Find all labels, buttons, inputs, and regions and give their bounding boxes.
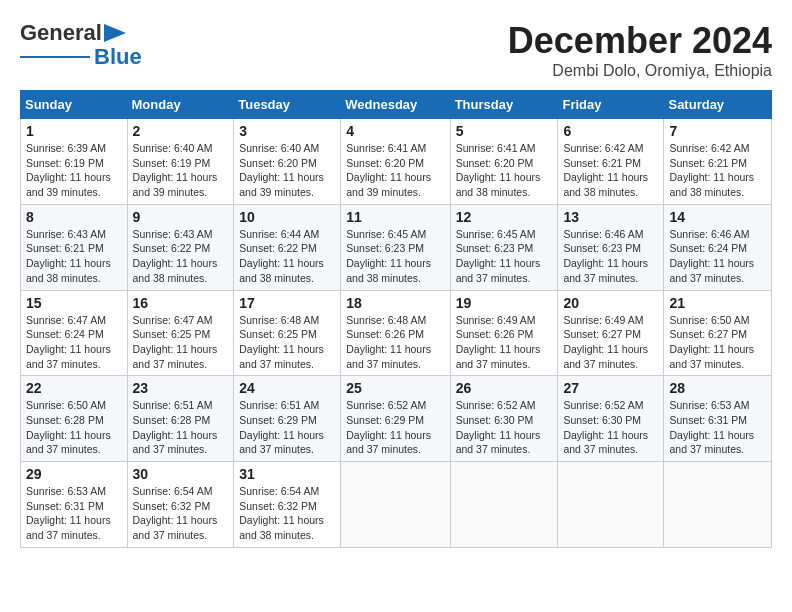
location-subtitle: Dembi Dolo, Oromiya, Ethiopia (508, 62, 772, 80)
title-section: December 2024 Dembi Dolo, Oromiya, Ethio… (508, 20, 772, 80)
logo-text-general: General (20, 20, 102, 46)
calendar-cell: 5Sunrise: 6:41 AM Sunset: 6:20 PM Daylig… (450, 119, 558, 205)
calendar-cell: 12Sunrise: 6:45 AM Sunset: 6:23 PM Dayli… (450, 204, 558, 290)
calendar-cell: 21Sunrise: 6:50 AM Sunset: 6:27 PM Dayli… (664, 290, 772, 376)
calendar-cell: 23Sunrise: 6:51 AM Sunset: 6:28 PM Dayli… (127, 376, 234, 462)
calendar-cell: 28Sunrise: 6:53 AM Sunset: 6:31 PM Dayli… (664, 376, 772, 462)
day-number: 26 (456, 380, 553, 396)
day-number: 25 (346, 380, 444, 396)
weekday-header-sunday: Sunday (21, 91, 128, 119)
calendar-cell: 17Sunrise: 6:48 AM Sunset: 6:25 PM Dayli… (234, 290, 341, 376)
logo-underline (20, 56, 90, 59)
day-info: Sunrise: 6:47 AM Sunset: 6:25 PM Dayligh… (133, 313, 229, 372)
day-info: Sunrise: 6:39 AM Sunset: 6:19 PM Dayligh… (26, 141, 122, 200)
weekday-header-thursday: Thursday (450, 91, 558, 119)
calendar-week-row: 8Sunrise: 6:43 AM Sunset: 6:21 PM Daylig… (21, 204, 772, 290)
calendar-cell: 18Sunrise: 6:48 AM Sunset: 6:26 PM Dayli… (341, 290, 450, 376)
day-info: Sunrise: 6:40 AM Sunset: 6:19 PM Dayligh… (133, 141, 229, 200)
calendar-cell: 9Sunrise: 6:43 AM Sunset: 6:22 PM Daylig… (127, 204, 234, 290)
day-number: 7 (669, 123, 766, 139)
day-info: Sunrise: 6:45 AM Sunset: 6:23 PM Dayligh… (346, 227, 444, 286)
weekday-header-row: SundayMondayTuesdayWednesdayThursdayFrid… (21, 91, 772, 119)
calendar-cell: 7Sunrise: 6:42 AM Sunset: 6:21 PM Daylig… (664, 119, 772, 205)
day-number: 15 (26, 295, 122, 311)
day-info: Sunrise: 6:41 AM Sunset: 6:20 PM Dayligh… (346, 141, 444, 200)
calendar-cell: 25Sunrise: 6:52 AM Sunset: 6:29 PM Dayli… (341, 376, 450, 462)
calendar-week-row: 1Sunrise: 6:39 AM Sunset: 6:19 PM Daylig… (21, 119, 772, 205)
calendar-table: SundayMondayTuesdayWednesdayThursdayFrid… (20, 90, 772, 548)
day-number: 13 (563, 209, 658, 225)
calendar-cell: 19Sunrise: 6:49 AM Sunset: 6:26 PM Dayli… (450, 290, 558, 376)
day-number: 16 (133, 295, 229, 311)
day-number: 14 (669, 209, 766, 225)
weekday-header-tuesday: Tuesday (234, 91, 341, 119)
day-info: Sunrise: 6:43 AM Sunset: 6:21 PM Dayligh… (26, 227, 122, 286)
day-info: Sunrise: 6:54 AM Sunset: 6:32 PM Dayligh… (239, 484, 335, 543)
day-info: Sunrise: 6:49 AM Sunset: 6:26 PM Dayligh… (456, 313, 553, 372)
calendar-cell: 13Sunrise: 6:46 AM Sunset: 6:23 PM Dayli… (558, 204, 664, 290)
day-number: 10 (239, 209, 335, 225)
day-number: 3 (239, 123, 335, 139)
calendar-cell: 31Sunrise: 6:54 AM Sunset: 6:32 PM Dayli… (234, 462, 341, 548)
day-info: Sunrise: 6:53 AM Sunset: 6:31 PM Dayligh… (669, 398, 766, 457)
calendar-cell (558, 462, 664, 548)
calendar-cell: 27Sunrise: 6:52 AM Sunset: 6:30 PM Dayli… (558, 376, 664, 462)
calendar-cell: 26Sunrise: 6:52 AM Sunset: 6:30 PM Dayli… (450, 376, 558, 462)
day-info: Sunrise: 6:43 AM Sunset: 6:22 PM Dayligh… (133, 227, 229, 286)
logo-arrow-icon (104, 24, 126, 42)
calendar-cell (341, 462, 450, 548)
calendar-cell: 11Sunrise: 6:45 AM Sunset: 6:23 PM Dayli… (341, 204, 450, 290)
day-number: 29 (26, 466, 122, 482)
calendar-cell: 3Sunrise: 6:40 AM Sunset: 6:20 PM Daylig… (234, 119, 341, 205)
calendar-cell: 24Sunrise: 6:51 AM Sunset: 6:29 PM Dayli… (234, 376, 341, 462)
calendar-cell (664, 462, 772, 548)
day-info: Sunrise: 6:51 AM Sunset: 6:29 PM Dayligh… (239, 398, 335, 457)
day-number: 17 (239, 295, 335, 311)
day-number: 8 (26, 209, 122, 225)
day-info: Sunrise: 6:52 AM Sunset: 6:29 PM Dayligh… (346, 398, 444, 457)
weekday-header-wednesday: Wednesday (341, 91, 450, 119)
calendar-week-row: 29Sunrise: 6:53 AM Sunset: 6:31 PM Dayli… (21, 462, 772, 548)
day-info: Sunrise: 6:45 AM Sunset: 6:23 PM Dayligh… (456, 227, 553, 286)
calendar-week-row: 15Sunrise: 6:47 AM Sunset: 6:24 PM Dayli… (21, 290, 772, 376)
day-number: 11 (346, 209, 444, 225)
calendar-cell: 2Sunrise: 6:40 AM Sunset: 6:19 PM Daylig… (127, 119, 234, 205)
day-number: 6 (563, 123, 658, 139)
calendar-cell: 22Sunrise: 6:50 AM Sunset: 6:28 PM Dayli… (21, 376, 128, 462)
svg-marker-0 (104, 24, 126, 42)
day-info: Sunrise: 6:46 AM Sunset: 6:24 PM Dayligh… (669, 227, 766, 286)
day-info: Sunrise: 6:52 AM Sunset: 6:30 PM Dayligh… (456, 398, 553, 457)
weekday-header-monday: Monday (127, 91, 234, 119)
logo: General Blue (20, 20, 142, 70)
day-number: 1 (26, 123, 122, 139)
day-info: Sunrise: 6:48 AM Sunset: 6:25 PM Dayligh… (239, 313, 335, 372)
calendar-cell: 15Sunrise: 6:47 AM Sunset: 6:24 PM Dayli… (21, 290, 128, 376)
day-number: 9 (133, 209, 229, 225)
day-info: Sunrise: 6:54 AM Sunset: 6:32 PM Dayligh… (133, 484, 229, 543)
calendar-cell: 8Sunrise: 6:43 AM Sunset: 6:21 PM Daylig… (21, 204, 128, 290)
weekday-header-saturday: Saturday (664, 91, 772, 119)
calendar-cell: 30Sunrise: 6:54 AM Sunset: 6:32 PM Dayli… (127, 462, 234, 548)
day-number: 20 (563, 295, 658, 311)
calendar-week-row: 22Sunrise: 6:50 AM Sunset: 6:28 PM Dayli… (21, 376, 772, 462)
day-info: Sunrise: 6:42 AM Sunset: 6:21 PM Dayligh… (669, 141, 766, 200)
calendar-cell: 4Sunrise: 6:41 AM Sunset: 6:20 PM Daylig… (341, 119, 450, 205)
day-number: 31 (239, 466, 335, 482)
day-info: Sunrise: 6:46 AM Sunset: 6:23 PM Dayligh… (563, 227, 658, 286)
day-number: 30 (133, 466, 229, 482)
day-number: 4 (346, 123, 444, 139)
weekday-header-friday: Friday (558, 91, 664, 119)
day-info: Sunrise: 6:47 AM Sunset: 6:24 PM Dayligh… (26, 313, 122, 372)
day-info: Sunrise: 6:41 AM Sunset: 6:20 PM Dayligh… (456, 141, 553, 200)
calendar-cell: 6Sunrise: 6:42 AM Sunset: 6:21 PM Daylig… (558, 119, 664, 205)
day-info: Sunrise: 6:53 AM Sunset: 6:31 PM Dayligh… (26, 484, 122, 543)
day-number: 5 (456, 123, 553, 139)
calendar-cell: 14Sunrise: 6:46 AM Sunset: 6:24 PM Dayli… (664, 204, 772, 290)
day-info: Sunrise: 6:49 AM Sunset: 6:27 PM Dayligh… (563, 313, 658, 372)
logo-text-blue: Blue (94, 44, 142, 70)
day-number: 19 (456, 295, 553, 311)
calendar-cell: 16Sunrise: 6:47 AM Sunset: 6:25 PM Dayli… (127, 290, 234, 376)
day-number: 18 (346, 295, 444, 311)
calendar-cell: 10Sunrise: 6:44 AM Sunset: 6:22 PM Dayli… (234, 204, 341, 290)
day-number: 24 (239, 380, 335, 396)
